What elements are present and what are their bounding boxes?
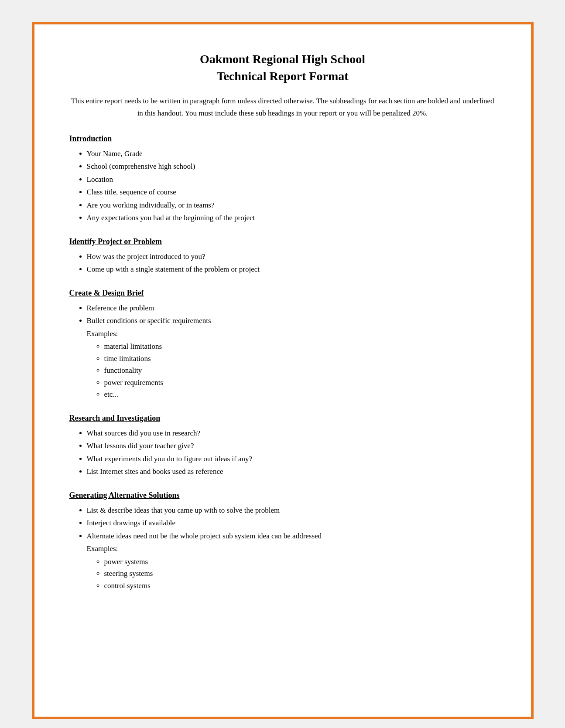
title-line2: Technical Report Format	[69, 68, 496, 85]
create-design-brief-list: Reference the problem Bullet conditions …	[87, 303, 496, 400]
list-item: Class title, sequence of course	[87, 187, 496, 198]
identify-project-list: How was the project introduced to you? C…	[87, 251, 496, 275]
list-item: Interject drawings if available	[87, 517, 496, 529]
document: Oakmont Regional High School Technical R…	[32, 22, 534, 719]
list-item: functionality	[104, 365, 496, 376]
examples-label: Examples:	[87, 328, 496, 340]
list-item: etc...	[104, 389, 496, 400]
list-item: Come up with a single statement of the p…	[87, 264, 496, 275]
section-heading-introduction: Introduction	[69, 133, 496, 145]
section-create-design-brief: Create & Design Brief Reference the prob…	[69, 287, 496, 400]
examples-label: Examples:	[87, 543, 496, 555]
list-item: material limitations	[104, 341, 496, 352]
list-item: power requirements	[104, 377, 496, 388]
list-item: time limitations	[104, 353, 496, 364]
research-investigation-list: What sources did you use in research? Wh…	[87, 428, 496, 477]
section-heading-identify-project: Identify Project or Problem	[69, 236, 496, 248]
section-identify-project: Identify Project or Problem How was the …	[69, 236, 496, 275]
introduction-list: Your Name, Grade School (comprehensive h…	[87, 148, 496, 224]
list-item: List & describe ideas that you came up w…	[87, 505, 496, 516]
list-item: What lessons did your teacher give?	[87, 440, 496, 452]
list-item: Reference the problem	[87, 303, 496, 314]
section-research-investigation: Research and Investigation What sources …	[69, 412, 496, 477]
list-item: Are you working individually, or in team…	[87, 200, 496, 211]
intro-paragraph: This entire report needs to be written i…	[69, 95, 496, 119]
section-heading-generating-solutions: Generating Alternative Solutions	[69, 490, 496, 501]
list-item: Any expectations you had at the beginnin…	[87, 212, 496, 224]
section-introduction: Introduction Your Name, Grade School (co…	[69, 133, 496, 224]
document-title: Oakmont Regional High School Technical R…	[69, 51, 496, 85]
list-item: What sources did you use in research?	[87, 428, 496, 439]
list-item: Location	[87, 174, 496, 185]
section-heading-create-design-brief: Create & Design Brief	[69, 287, 496, 299]
list-item: Alternate ideas need not be the whole pr…	[87, 531, 496, 592]
generating-solutions-sub-list: power systems steering systems control s…	[104, 556, 496, 592]
generating-solutions-list: List & describe ideas that you came up w…	[87, 505, 496, 592]
title-line1: Oakmont Regional High School	[69, 51, 496, 68]
section-generating-solutions: Generating Alternative Solutions List & …	[69, 490, 496, 592]
list-item: power systems	[104, 556, 496, 568]
list-item: control systems	[104, 580, 496, 592]
list-item: Your Name, Grade	[87, 148, 496, 160]
list-item: List Internet sites and books used as re…	[87, 466, 496, 477]
list-item: School (comprehensive high school)	[87, 161, 496, 172]
design-brief-sub-list: material limitations time limitations fu…	[104, 341, 496, 400]
list-item: How was the project introduced to you?	[87, 251, 496, 262]
list-item: steering systems	[104, 568, 496, 579]
page-wrapper: Oakmont Regional High School Technical R…	[9, 9, 556, 728]
list-item: What experiments did you do to figure ou…	[87, 453, 496, 465]
section-heading-research-investigation: Research and Investigation	[69, 412, 496, 424]
list-item: Bullet conditions or specific requiremen…	[87, 315, 496, 400]
